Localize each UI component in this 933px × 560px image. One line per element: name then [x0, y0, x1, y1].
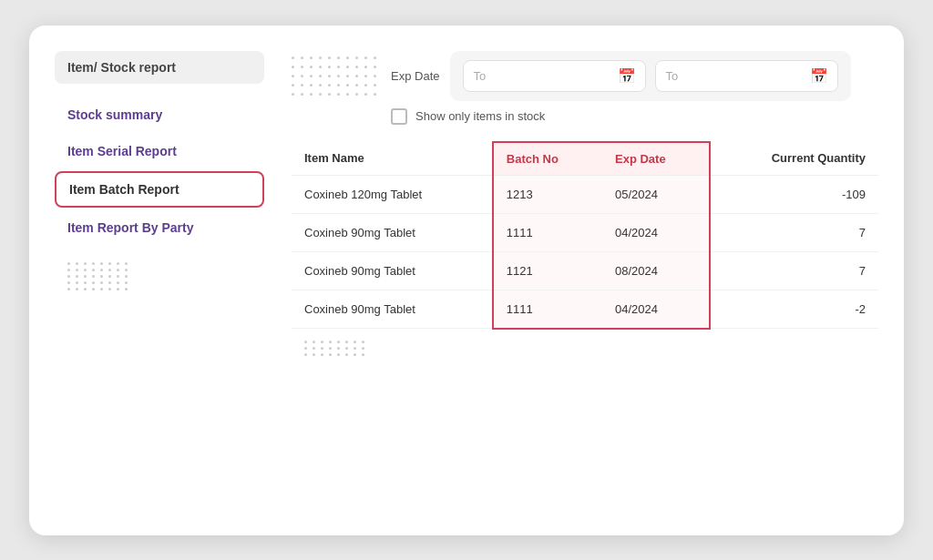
sidebar-item-item-batch-report[interactable]: Item Batch Report: [55, 171, 264, 208]
cell-exp-date: 05/2024: [602, 175, 710, 213]
cell-item-name: Coxineb 90mg Tablet: [292, 251, 493, 290]
cell-batch-no: 1111: [493, 290, 602, 329]
cell-batch-no: 1111: [493, 213, 602, 251]
cell-current-qty: -2: [710, 290, 878, 329]
sidebar-header: Item/ Stock report: [55, 51, 264, 84]
table-container: Item Name Batch No Exp Date Current Quan…: [292, 141, 878, 510]
table-row: Coxineb 90mg Tablet111104/2024-2: [292, 290, 878, 329]
table-header-row: Item Name Batch No Exp Date Current Quan…: [292, 142, 878, 176]
cell-current-qty: 7: [710, 251, 878, 290]
main-content: Exp Date To 📅 To 📅: [273, 51, 878, 510]
calendar-from-icon[interactable]: 📅: [618, 67, 636, 85]
date-to-field[interactable]: To 📅: [655, 60, 838, 92]
card-inner: Item/ Stock report Stock summary Item Se…: [55, 51, 878, 510]
item-batch-table: Item Name Batch No Exp Date Current Quan…: [292, 141, 878, 330]
top-decorative-dots: [292, 56, 378, 97]
cell-current-qty: 7: [710, 213, 878, 251]
date-from-text: To: [473, 69, 610, 83]
sidebar-item-item-report-by-party[interactable]: Item Report By Party: [55, 211, 264, 244]
sidebar-decorative-dots: [55, 251, 264, 301]
cell-current-qty: -109: [710, 175, 878, 213]
bottom-decorative-dots: [292, 333, 878, 363]
cell-exp-date: 04/2024: [602, 290, 710, 329]
col-batch-no: Batch No: [493, 142, 602, 176]
table-row: Coxineb 90mg Tablet111104/20247: [292, 213, 878, 251]
col-current-qty: Current Quantity: [710, 142, 878, 176]
show-only-in-stock-checkbox[interactable]: [391, 108, 407, 125]
calendar-to-icon[interactable]: 📅: [810, 67, 828, 85]
col-exp-date: Exp Date: [602, 142, 710, 176]
table-row: Coxineb 120mg Tablet121305/2024-109: [292, 175, 878, 213]
cell-exp-date: 08/2024: [602, 251, 710, 290]
sidebar-item-item-serial-report[interactable]: Item Serial Report: [55, 135, 264, 168]
table-body: Coxineb 120mg Tablet121305/2024-109Coxin…: [292, 175, 878, 329]
table-row: Coxineb 90mg Tablet112108/20247: [292, 251, 878, 290]
filter-row: Exp Date To 📅 To 📅: [292, 51, 878, 125]
sidebar: Item/ Stock report Stock summary Item Se…: [55, 51, 273, 510]
cell-item-name: Coxineb 90mg Tablet: [292, 213, 493, 251]
show-only-in-stock-label: Show only items in stock: [415, 109, 545, 123]
col-item-name: Item Name: [292, 142, 493, 176]
cell-batch-no: 1213: [493, 175, 602, 213]
exp-date-label: Exp Date: [391, 69, 439, 83]
date-to-text: To: [665, 69, 803, 83]
cell-batch-no: 1121: [493, 251, 602, 290]
date-from-field[interactable]: To 📅: [463, 60, 646, 92]
main-card: Item/ Stock report Stock summary Item Se…: [29, 25, 904, 535]
date-inputs-container: To 📅 To 📅: [450, 51, 851, 101]
show-only-in-stock-row: Show only items in stock: [389, 108, 851, 125]
cell-item-name: Coxineb 90mg Tablet: [292, 290, 493, 329]
cell-item-name: Coxineb 120mg Tablet: [292, 175, 493, 213]
sidebar-item-stock-summary[interactable]: Stock summary: [55, 98, 264, 131]
cell-exp-date: 04/2024: [602, 213, 710, 251]
